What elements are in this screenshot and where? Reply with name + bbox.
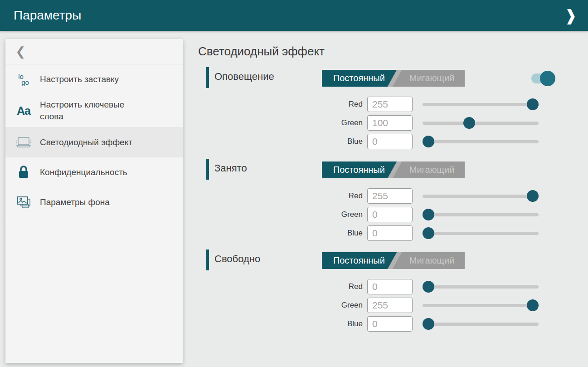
channel-value-input[interactable]	[367, 134, 413, 149]
slider-thumb[interactable]	[423, 318, 434, 330]
mode-segmented-control[interactable]: Постоянный Мигающий	[322, 252, 465, 269]
sidebar-item-label: Конфиденциальность	[40, 166, 127, 178]
section-accent-bar	[206, 250, 209, 270]
mode-segmented-control[interactable]: Постоянный Мигающий	[322, 161, 465, 178]
channel-slider[interactable]	[423, 209, 539, 220]
page-header-title: Параметры	[14, 8, 81, 23]
slider-track	[423, 122, 539, 125]
channel-slider[interactable]	[423, 227, 539, 239]
slider-thumb[interactable]	[423, 227, 434, 239]
segment-option-constant[interactable]: Постоянный	[322, 161, 396, 178]
sidebar-item-2[interactable]: Aa Настроить ключевые слова	[5, 94, 183, 127]
slider-track	[423, 304, 539, 307]
sidebar-item-label: Настроить ключевые слова	[40, 99, 146, 122]
channel-value-input[interactable]	[367, 298, 413, 313]
channel-row: Blue	[198, 316, 539, 332]
slider-thumb[interactable]	[527, 190, 539, 202]
section-accent-bar	[206, 67, 209, 88]
lock-icon	[15, 165, 33, 180]
segment-option-constant[interactable]: Постоянный	[322, 70, 396, 87]
channel-label: Blue	[198, 137, 363, 146]
slider-track	[423, 195, 539, 198]
slider-thumb[interactable]	[423, 281, 434, 293]
back-button[interactable]: ❮	[5, 39, 183, 64]
forward-chevron-icon[interactable]: ❱	[561, 5, 581, 26]
channel-value-input[interactable]	[367, 207, 413, 222]
segment-option-constant[interactable]: Постоянный	[322, 252, 396, 269]
rgb-rows: Red Green Blue	[198, 279, 539, 332]
led-section: Свободно Постоянный Мигающий Red Green B…	[198, 249, 552, 337]
channel-value-input[interactable]	[367, 188, 413, 204]
led-section: Оповещение Постоянный Мигающий Red Green…	[198, 66, 552, 155]
channel-row: Green	[198, 115, 539, 131]
section-label: Свободно	[214, 253, 260, 265]
channel-label: Blue	[198, 229, 363, 238]
sidebar-item-4[interactable]: Конфиденциальность	[5, 157, 183, 187]
segment-option-blinking[interactable]: Мигающий	[399, 70, 465, 87]
channel-slider[interactable]	[423, 117, 539, 129]
channel-label: Blue	[198, 319, 363, 328]
led-section: Занято Постоянный Мигающий Red Green Blu…	[198, 158, 552, 246]
channel-row: Red	[198, 97, 539, 112]
sidebar-item-label: Параметры фона	[40, 196, 110, 208]
section-label: Оповещение	[214, 71, 274, 83]
channel-label: Red	[198, 282, 363, 291]
channel-row: Green	[198, 207, 539, 222]
section-enable-switch[interactable]	[531, 70, 556, 87]
segment-option-blinking[interactable]: Мигающий	[399, 252, 465, 269]
channel-row: Blue	[198, 225, 539, 241]
section-label: Занято	[214, 162, 247, 174]
sidebar-item-3[interactable]: Светодиодный эффект	[5, 127, 183, 157]
slider-track	[423, 323, 539, 326]
channel-slider[interactable]	[423, 299, 539, 311]
main-content: Светодиодный эффект Оповещение Постоянны…	[198, 31, 588, 367]
slider-track	[423, 213, 539, 216]
channel-value-input[interactable]	[367, 316, 413, 332]
channel-value-input[interactable]	[367, 279, 413, 294]
slider-thumb[interactable]	[423, 136, 434, 147]
back-chevron-icon: ❮	[15, 44, 26, 59]
keywords-aa-icon: Aa	[15, 104, 33, 117]
sidebar-item-5[interactable]: Параметры фона	[5, 187, 183, 217]
channel-slider[interactable]	[423, 98, 539, 110]
sidebar-item-label: Светодиодный эффект	[40, 137, 132, 148]
sidebar-item-1[interactable]: logo Настроить заставку	[5, 64, 183, 94]
settings-sidebar: ❮ logo Настроить заставку Aa Настроить к…	[5, 39, 183, 363]
channel-label: Green	[198, 118, 363, 127]
rgb-rows: Red Green Blue	[198, 97, 539, 149]
slider-track	[423, 103, 539, 106]
channel-slider[interactable]	[423, 281, 539, 293]
channel-value-input[interactable]	[367, 115, 413, 131]
section-accent-bar	[206, 159, 209, 180]
channel-slider[interactable]	[423, 136, 539, 147]
channel-value-input[interactable]	[367, 97, 413, 112]
slider-thumb[interactable]	[423, 209, 434, 220]
slider-track	[423, 140, 539, 143]
slider-thumb[interactable]	[527, 299, 539, 311]
channel-row: Green	[198, 298, 539, 313]
mode-segmented-control[interactable]: Постоянный Мигающий	[322, 70, 465, 87]
channel-row: Red	[198, 279, 539, 294]
channel-label: Red	[198, 100, 363, 109]
channel-label: Green	[198, 210, 363, 219]
content-title: Светодиодный эффект	[198, 44, 325, 59]
channel-slider[interactable]	[423, 190, 539, 202]
logo-icon: logo	[15, 73, 33, 85]
rgb-rows: Red Green Blue	[198, 188, 539, 241]
background-images-icon	[15, 195, 33, 210]
channel-row: Red	[198, 188, 539, 204]
channel-slider[interactable]	[423, 318, 539, 330]
slider-thumb[interactable]	[463, 117, 475, 129]
app-bar: Параметры ❱	[0, 0, 588, 31]
slider-thumb[interactable]	[527, 98, 539, 110]
segment-option-blinking[interactable]: Мигающий	[399, 161, 465, 178]
slider-track	[423, 285, 539, 289]
slider-track	[423, 232, 539, 235]
switch-thumb	[540, 71, 555, 86]
led-screen-icon	[15, 135, 33, 150]
channel-row: Blue	[198, 134, 539, 149]
sidebar-item-label: Настроить заставку	[40, 73, 119, 85]
channel-label: Green	[198, 301, 363, 310]
sidebar-menu: logo Настроить заставку Aa Настроить клю…	[5, 64, 183, 217]
channel-value-input[interactable]	[367, 225, 413, 241]
